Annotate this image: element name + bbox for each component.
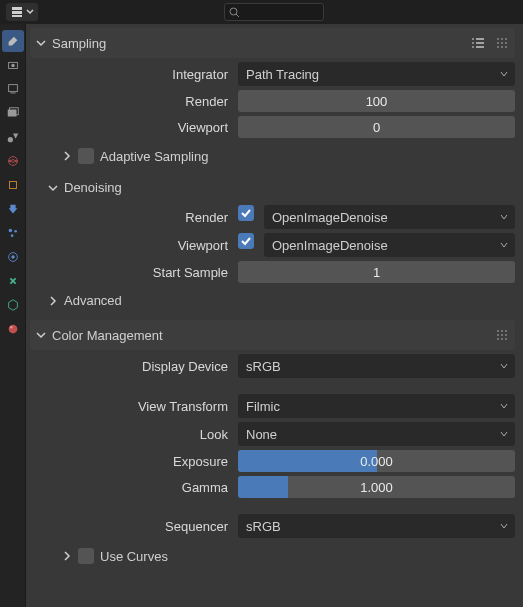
- denoise-viewport-select[interactable]: OpenImageDenoise: [264, 233, 515, 257]
- integrator-label: Integrator: [30, 67, 238, 82]
- panel-advanced-header[interactable]: Advanced: [30, 287, 515, 314]
- chevron-down-icon: [499, 519, 509, 534]
- chevron-down-icon: [34, 36, 48, 50]
- svg-point-31: [501, 42, 503, 44]
- start-sample-field[interactable]: 1: [238, 261, 515, 283]
- svg-point-27: [497, 38, 499, 40]
- display-device-label: Display Device: [30, 359, 238, 374]
- panel-color-management-header[interactable]: Color Management: [30, 320, 515, 350]
- editor-type-selector[interactable]: [6, 3, 38, 21]
- tab-object[interactable]: [2, 174, 24, 196]
- tab-tool[interactable]: [2, 30, 24, 52]
- chevron-right-icon: [46, 294, 60, 308]
- top-toolbar: [0, 0, 523, 24]
- look-label: Look: [30, 427, 238, 442]
- sequencer-label: Sequencer: [30, 519, 238, 534]
- grip-icon[interactable]: [493, 326, 511, 344]
- svg-point-3: [230, 8, 237, 15]
- svg-point-38: [505, 330, 507, 332]
- svg-point-25: [472, 46, 474, 48]
- adaptive-sampling-checkbox[interactable]: [78, 148, 94, 164]
- tab-material[interactable]: [2, 318, 24, 340]
- svg-point-18: [11, 255, 15, 259]
- svg-point-28: [501, 38, 503, 40]
- display-device-select[interactable]: sRGB: [238, 354, 515, 378]
- panel-use-curves-header[interactable]: Use Curves: [30, 542, 515, 570]
- svg-point-16: [10, 234, 13, 237]
- search-input[interactable]: [224, 3, 324, 21]
- select-value: None: [246, 427, 277, 442]
- tab-particles[interactable]: [2, 222, 24, 244]
- svg-rect-7: [8, 85, 17, 92]
- svg-point-20: [9, 326, 12, 329]
- svg-point-36: [497, 330, 499, 332]
- viewport-samples-label: Viewport: [30, 120, 238, 135]
- svg-point-19: [8, 325, 17, 334]
- render-samples-label: Render: [30, 94, 238, 109]
- panel-title: Use Curves: [100, 549, 511, 564]
- gamma-label: Gamma: [30, 480, 238, 495]
- tab-modifiers[interactable]: [2, 198, 24, 220]
- tab-viewlayer[interactable]: [2, 102, 24, 124]
- svg-point-14: [8, 229, 12, 233]
- svg-point-30: [497, 42, 499, 44]
- tab-render[interactable]: [2, 54, 24, 76]
- svg-point-32: [505, 42, 507, 44]
- svg-rect-26: [476, 46, 484, 48]
- exposure-label: Exposure: [30, 454, 238, 469]
- panel-adaptive-sampling-header[interactable]: Adaptive Sampling: [30, 142, 515, 170]
- svg-rect-2: [12, 15, 22, 17]
- svg-point-40: [501, 334, 503, 336]
- tab-world[interactable]: [2, 150, 24, 172]
- integrator-select[interactable]: Path Tracing: [238, 62, 515, 86]
- tab-output[interactable]: [2, 78, 24, 100]
- svg-point-42: [497, 338, 499, 340]
- tab-data[interactable]: [2, 294, 24, 316]
- tab-scene[interactable]: [2, 126, 24, 148]
- preset-list-icon[interactable]: [469, 34, 487, 52]
- exposure-slider[interactable]: 0.000: [238, 450, 515, 472]
- svg-point-33: [497, 46, 499, 48]
- grip-icon[interactable]: [493, 34, 511, 52]
- tab-physics[interactable]: [2, 246, 24, 268]
- select-value: OpenImageDenoise: [272, 210, 388, 225]
- svg-rect-13: [9, 182, 16, 189]
- select-value: Path Tracing: [246, 67, 319, 82]
- panel-sampling-header[interactable]: Sampling: [30, 28, 515, 58]
- render-samples-field[interactable]: 100: [238, 90, 515, 112]
- panel-title: Color Management: [52, 328, 493, 343]
- svg-point-35: [505, 46, 507, 48]
- look-select[interactable]: None: [238, 422, 515, 446]
- chevron-right-icon: [60, 549, 74, 563]
- denoise-render-select[interactable]: OpenImageDenoise: [264, 205, 515, 229]
- use-curves-checkbox[interactable]: [78, 548, 94, 564]
- panel-title: Denoising: [64, 180, 511, 195]
- sequencer-select[interactable]: sRGB: [238, 514, 515, 538]
- denoise-viewport-label: Viewport: [30, 238, 238, 253]
- chevron-down-icon: [34, 328, 48, 342]
- chevron-down-icon: [499, 399, 509, 414]
- properties-icon: [10, 5, 24, 19]
- denoise-render-checkbox[interactable]: [238, 205, 254, 221]
- svg-point-44: [505, 338, 507, 340]
- chevron-right-icon: [60, 149, 74, 163]
- svg-line-4: [236, 14, 239, 17]
- svg-rect-8: [10, 93, 15, 94]
- svg-rect-1: [12, 11, 22, 14]
- chevron-down-icon: [46, 181, 60, 195]
- panel-title: Adaptive Sampling: [100, 149, 511, 164]
- properties-content: Sampling Integrator Path Tracing Render …: [26, 24, 523, 607]
- panel-denoising-header[interactable]: Denoising: [30, 174, 515, 201]
- viewport-samples-field[interactable]: 0: [238, 116, 515, 138]
- svg-point-41: [505, 334, 507, 336]
- gamma-slider[interactable]: 1.000: [238, 476, 515, 498]
- chevron-down-icon: [499, 427, 509, 442]
- view-transform-select[interactable]: Filmic: [238, 394, 515, 418]
- svg-point-43: [501, 338, 503, 340]
- context-tabs: [0, 24, 26, 607]
- denoise-viewport-checkbox[interactable]: [238, 233, 254, 249]
- tab-constraints[interactable]: [2, 270, 24, 292]
- svg-point-29: [505, 38, 507, 40]
- chevron-down-icon: [499, 238, 509, 253]
- chevron-down-icon: [499, 359, 509, 374]
